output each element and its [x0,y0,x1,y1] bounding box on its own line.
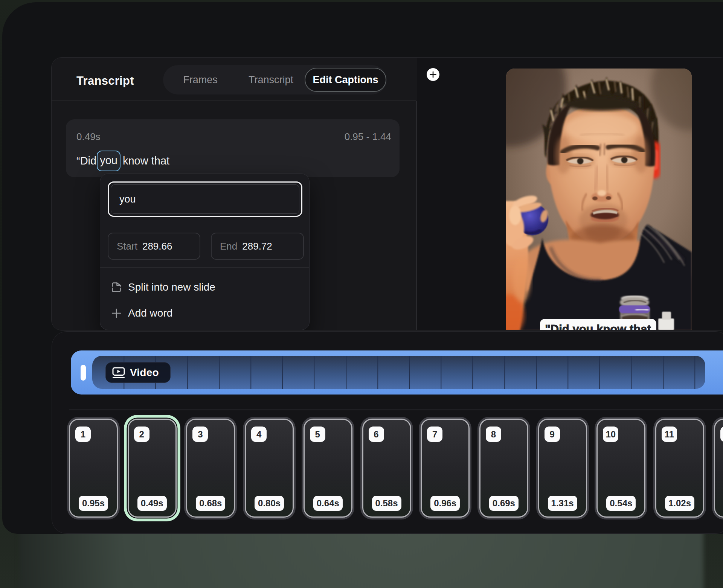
svg-text:"Did you know that: "Did you know that [545,323,651,331]
